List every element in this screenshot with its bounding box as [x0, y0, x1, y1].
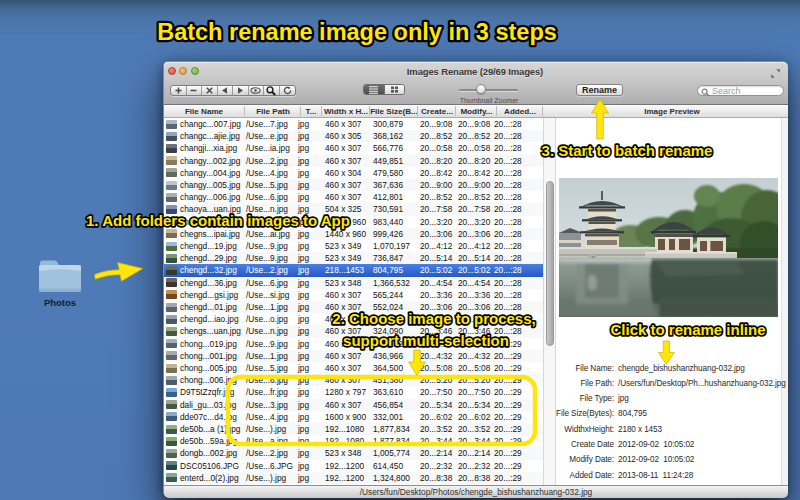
svg-text:Batch rename image only in 3 s: Batch rename image only in 3 steps: [157, 19, 557, 45]
